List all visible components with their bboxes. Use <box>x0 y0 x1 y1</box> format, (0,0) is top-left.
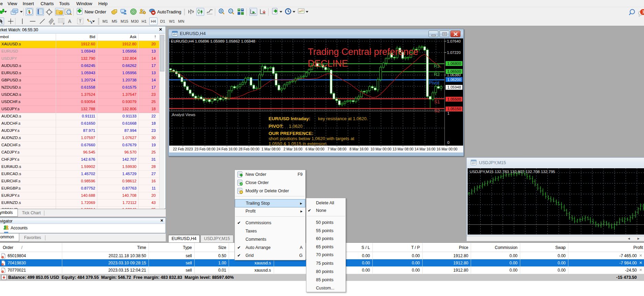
svg-text:8 Mar 16:00: 8 Mar 16:00 <box>350 147 369 151</box>
svg-text:key resistance at 1.0620.: key resistance at 1.0620. <box>318 116 368 121</box>
svg-text:1.05500: 1.05500 <box>447 97 461 101</box>
svg-text:1.05150: 1.05150 <box>447 107 461 111</box>
svg-text:14 Mar 16:00: 14 Mar 16:00 <box>415 147 436 151</box>
svg-text:1.05948: 1.05948 <box>447 85 461 89</box>
svg-text:10 Mar 00:00: 10 Mar 00:00 <box>371 147 392 151</box>
svg-text:1: 1 <box>642 10 644 14</box>
svg-text:PIVOT:: PIVOT: <box>269 124 284 129</box>
svg-text:13 Mar 08:00: 13 Mar 08:00 <box>393 147 414 151</box>
svg-text:USDJPY,M15 132.783 132.807 13: USDJPY,M15 132.783 132.807 132.708 132.7… <box>470 170 555 174</box>
svg-text:0: 0 <box>447 140 449 145</box>
svg-text:7 Mar 08:00: 7 Mar 08:00 <box>328 147 347 151</box>
svg-text:S2: S2 <box>434 108 440 113</box>
svg-text:DECLINE: DECLINE <box>308 58 348 69</box>
svg-text:2 Mar 16:00: 2 Mar 16:00 <box>284 147 303 151</box>
svg-text:EUR/USD Intraday:: EUR/USD Intraday: <box>269 116 310 121</box>
svg-text:short positions below 1.0620 w: short positions below 1.0620 with target… <box>269 136 354 141</box>
svg-text:T: T <box>79 19 82 24</box>
svg-text:24 Feb 16:00: 24 Feb 16:00 <box>217 147 238 151</box>
svg-text:E: E <box>53 22 55 25</box>
svg-text:1.07640: 1.07640 <box>447 39 461 43</box>
svg-text:1: 1 <box>447 111 449 115</box>
svg-text:16 Mar 00:00: 16 Mar 00:00 <box>437 147 458 151</box>
svg-text:22 Feb 2023: 22 Feb 2023 <box>173 147 193 151</box>
svg-text:1.06800: 1.06800 <box>447 61 461 66</box>
svg-text:1.06200: 1.06200 <box>447 78 461 82</box>
svg-text:Trading Central preference: Trading Central preference <box>308 47 418 57</box>
svg-text:1.07220: 1.07220 <box>447 50 461 55</box>
svg-text:EURUSD,H4 1.05896 1.05989 1.0: EURUSD,H4 1.05896 1.05989 1.05862 1.0594… <box>171 39 255 43</box>
svg-text:1 Mar 08:00: 1 Mar 08:00 <box>262 147 281 151</box>
svg-text:23 Feb 08:00: 23 Feb 08:00 <box>195 147 216 151</box>
svg-text:R2: R2 <box>434 72 440 77</box>
svg-text:6 Mar 00:00: 6 Mar 00:00 <box>306 147 325 151</box>
svg-text:1.0620: 1.0620 <box>289 124 303 129</box>
svg-text:OUR PREFERENCE:: OUR PREFERENCE: <box>269 131 314 136</box>
svg-text:S1: S1 <box>434 99 440 104</box>
svg-text:Pivot: Pivot <box>429 80 439 86</box>
svg-text:28 Feb 00:00: 28 Feb 00:00 <box>239 147 260 151</box>
svg-text:.Analyst Views: .Analyst Views <box>171 113 196 117</box>
svg-text:1.0550 & 1.0515 in extension.: 1.0550 & 1.0515 in extension. <box>269 141 328 146</box>
svg-text:F: F <box>63 22 65 25</box>
svg-text:1.06500: 1.06500 <box>447 69 461 73</box>
